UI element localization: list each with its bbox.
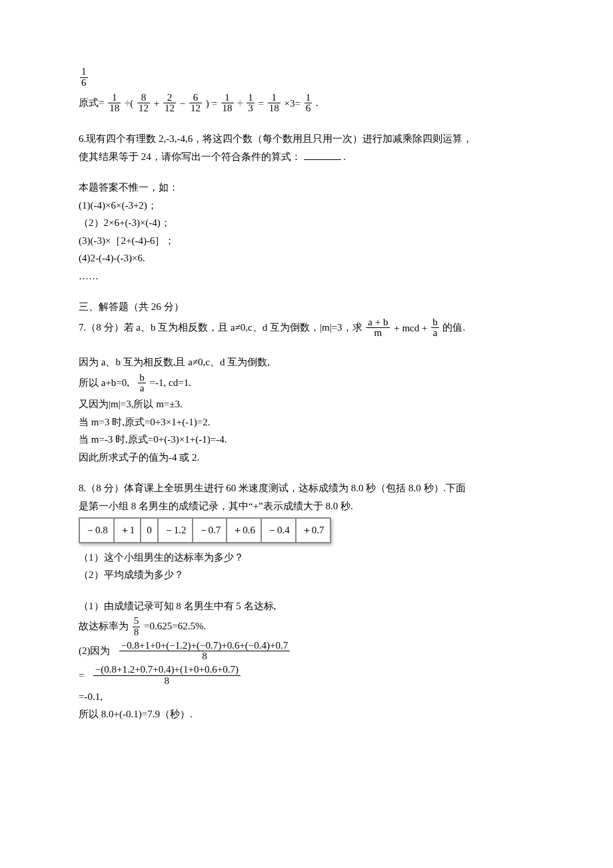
q6-a1: (1)(-4)×6×(-3+2)； (79, 198, 534, 213)
cell-6: －0.4 (261, 518, 296, 543)
q8-sub2: （2）平均成绩为多少？ (79, 567, 534, 583)
q6-a4: (4)2-(-4)-(-3)×6. (79, 251, 534, 266)
equation-5: 原式= 118 ÷( 812 + 212 − 612 ) = 118 ÷ 13 … (79, 93, 534, 115)
q7-s6: 因此所求式子的值为-4 或 2. (79, 450, 534, 465)
q7-s4: 当 m=3 时,原式=0+3×1+(-1)=2. (79, 415, 534, 430)
q7-question: 7.（8 分）若 a、b 互为相反数，且 a≠0,c、d 互为倒数，|m|=3，… (79, 317, 534, 339)
q7-s2: 所以 a+b=0, ba =-1, cd=1. (79, 373, 534, 395)
q8-line1: 8.（8 分）体育课上全班男生进行 60 米速度测试，达标成绩为 8.0 秒（包… (79, 481, 534, 496)
q8-a2-final: 所以 8.0+(-0.1)=7.9（秒）. (79, 707, 534, 722)
cell-2: 0 (141, 518, 158, 543)
q8-a1: （1）由成绩记录可知 8 名男生中有 5 名达标, (79, 599, 534, 614)
q8-a2-line1: (2)因为 −0.8+1+0+(−1.2)+(−0.7)+0.6+(−0.4)+… (79, 641, 534, 663)
eq-prefix: 原式= (79, 97, 104, 107)
q7-s5: 当 m=-3 时,原式=0+(-3)×1+(-1)=-4. (79, 432, 534, 447)
q8-table: －0.8 ＋1 0 －1.2 －0.7 ＋0.6 －0.4 ＋0.7 (79, 517, 331, 543)
q8-a2-res: =-0.1, (79, 689, 534, 705)
q6-a3: (3)(-3)×［2+(-4)-6］； (79, 233, 534, 249)
q7-s3: 又因为|m|=3,所以 m=±3. (79, 397, 534, 412)
frac-num: 1 (80, 67, 88, 77)
q6-line1: 6.现有四个有理数 2,-3,-4,6，将这四个数（每个数用且只用一次）进行加减… (79, 131, 534, 147)
table-row: －0.8 ＋1 0 －1.2 －0.7 ＋0.6 －0.4 ＋0.7 (79, 518, 330, 543)
q8-sub1: （1）这个小组男生的达标率为多少？ (79, 550, 534, 565)
q8-line2: 是第一小组 8 名男生的成绩记录，其中“+”表示成绩大于 8.0 秒. (79, 499, 534, 514)
section-3-header: 三、解答题（共 26 分） (79, 299, 534, 315)
q6-a2: （2）2×6+(-3)×(-4)； (79, 215, 534, 231)
q8-a1b: 故达标率为 58 =0.625=62.5%. (79, 616, 534, 638)
cell-0: －0.8 (79, 518, 114, 543)
q7-s1: 因为 a、b 互为相反数,且 a≠0,c、d 互为倒数, (79, 355, 534, 370)
q6-dots: …… (79, 269, 534, 284)
answer-blank[interactable] (304, 149, 341, 160)
q6-answers-intro: 本题答案不惟一，如： (79, 180, 534, 195)
cell-3: －1.2 (158, 518, 193, 543)
frac-den: 6 (80, 77, 88, 89)
q6-line2: 使其结果等于 24，请你写出一个符合条件的算式： . (79, 149, 534, 165)
cell-1: ＋1 (114, 518, 141, 543)
cell-7: ＋0.7 (296, 518, 330, 543)
cell-5: ＋0.6 (227, 518, 261, 543)
q8-a2-line2: = −(0.8+1.2+0.7+0.4)+(1+0+0.6+0.7)8 (79, 665, 534, 687)
cell-4: －0.7 (193, 518, 227, 543)
frac-one-sixth: 1 6 (79, 67, 534, 89)
